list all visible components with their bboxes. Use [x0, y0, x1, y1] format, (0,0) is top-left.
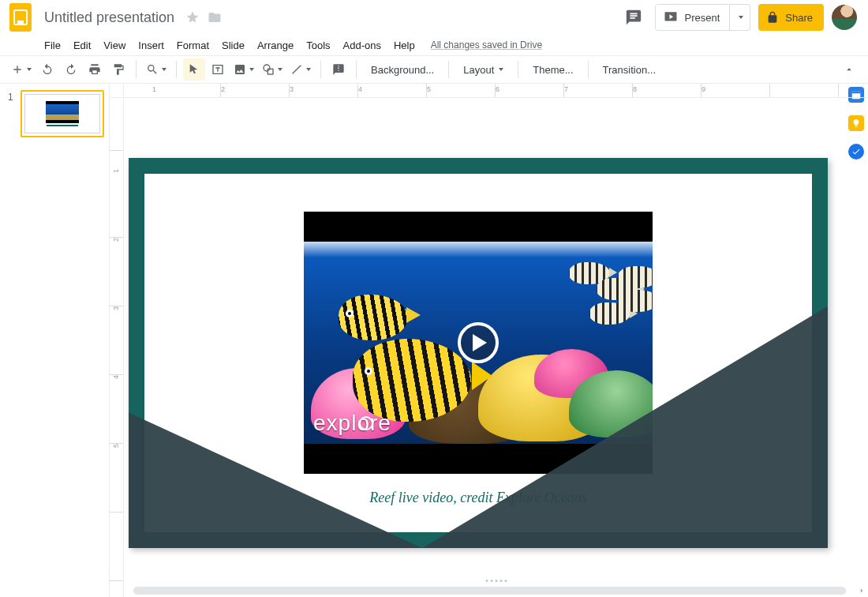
film-speaker-handle[interactable]	[485, 580, 507, 582]
print-button[interactable]	[84, 58, 106, 81]
present-dropdown[interactable]	[730, 4, 750, 31]
layout-button[interactable]: Layout	[455, 58, 511, 81]
svg-point-3	[264, 65, 270, 71]
menu-tools[interactable]: Tools	[300, 36, 336, 54]
menu-addons[interactable]: Add-ons	[337, 36, 387, 54]
menu-edit[interactable]: Edit	[67, 36, 97, 54]
video-placeholder[interactable]: explore	[304, 212, 653, 474]
new-slide-button[interactable]	[8, 58, 35, 81]
shape-tool[interactable]	[259, 58, 286, 81]
thumbnail-video-icon	[46, 101, 79, 123]
share-label: Share	[785, 12, 813, 24]
share-button[interactable]: Share	[758, 4, 824, 31]
thumbnail-index: 1	[8, 92, 13, 103]
video-watermark: explore	[313, 411, 391, 436]
menu-help[interactable]: Help	[387, 36, 421, 54]
app-logo[interactable]	[6, 0, 35, 35]
svg-rect-2	[17, 21, 24, 24]
select-tool[interactable]	[183, 58, 205, 81]
horizontal-scrollbar[interactable]	[133, 587, 846, 595]
slide-background: explore Reef live video, credit Explore …	[129, 158, 828, 548]
ruler-corner	[110, 84, 124, 98]
filmstrip[interactable]: 1	[0, 84, 110, 597]
comment-tool[interactable]	[327, 58, 350, 81]
comments-icon[interactable]	[620, 4, 647, 31]
ruler-horizontal: 1 2 3 4 5 6 7 8 9	[124, 84, 868, 98]
toolbar: Background... Layout Theme... Transition…	[0, 55, 868, 84]
transition-button[interactable]: Transition...	[595, 58, 664, 81]
slide[interactable]: explore Reef live video, credit Explore …	[144, 174, 812, 532]
textbox-tool[interactable]	[207, 58, 229, 81]
keep-icon[interactable]	[848, 115, 864, 131]
star-icon[interactable]	[185, 10, 200, 24]
avatar[interactable]	[832, 5, 857, 30]
present-button[interactable]: Present	[655, 4, 730, 31]
undo-button[interactable]	[36, 58, 58, 81]
slide-thumbnail[interactable]: 1	[21, 90, 104, 137]
canvas[interactable]: 1 2 3 4 5 6 7 8 9 1 2 3 4 5	[110, 84, 868, 597]
move-to-folder-icon[interactable]	[208, 10, 222, 24]
canvas-scrollbar	[124, 584, 868, 597]
background-button[interactable]: Background...	[363, 58, 442, 81]
zoom-button[interactable]	[143, 58, 170, 81]
redo-button[interactable]	[60, 58, 82, 81]
tasks-icon[interactable]	[848, 144, 864, 160]
svg-rect-0	[9, 3, 32, 32]
svg-rect-4	[268, 69, 273, 74]
save-status[interactable]: All changes saved in Drive	[421, 36, 552, 54]
menu-insert[interactable]: Insert	[132, 36, 170, 54]
title-bar: Untitled presentation Present Share	[0, 0, 868, 35]
menu-arrange[interactable]: Arrange	[251, 36, 300, 54]
menu-view[interactable]: View	[97, 36, 132, 54]
ruler-vertical: 1 2 3 4 5	[110, 98, 124, 597]
scroll-right-icon[interactable]	[855, 584, 868, 597]
menu-bar: File Edit View Insert Format Slide Arran…	[0, 35, 868, 55]
document-title[interactable]: Untitled presentation	[41, 8, 178, 28]
theme-button[interactable]: Theme...	[525, 58, 581, 81]
play-icon[interactable]	[458, 322, 499, 363]
collapse-toolbar-icon[interactable]	[838, 58, 860, 81]
image-tool[interactable]	[230, 58, 257, 81]
present-label: Present	[684, 12, 720, 24]
menu-format[interactable]: Format	[170, 36, 215, 54]
menu-slide[interactable]: Slide	[215, 36, 251, 54]
menu-file[interactable]: File	[38, 36, 67, 54]
work-area: 1 1 2 3 4 5 6 7 8 9 1 2 3	[0, 84, 868, 597]
video-caption[interactable]: Reef live video, credit Explore Oceans	[369, 490, 587, 506]
paint-format-button[interactable]	[107, 58, 129, 81]
line-tool[interactable]	[287, 58, 314, 81]
